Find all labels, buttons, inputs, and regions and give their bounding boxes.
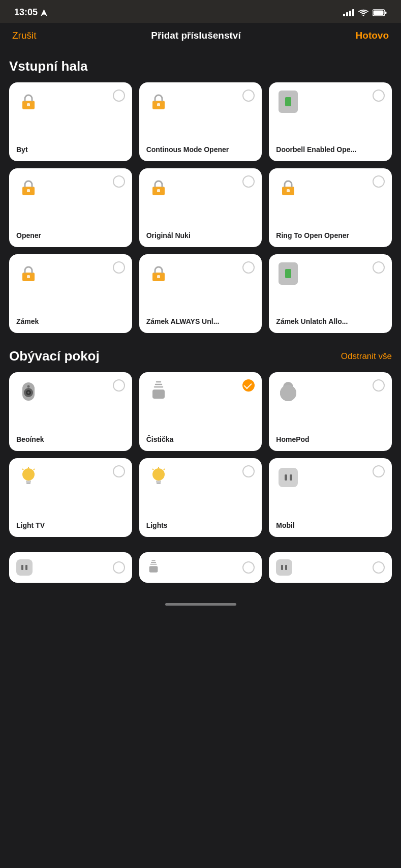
card-byt[interactable]: Byt [9,82,132,161]
section-obyvaci-pokoj: Obývací pokoj Odstranit vše [9,348,392,364]
card-light-tv[interactable]: Light TV [9,458,132,537]
lock-icon-byt [16,89,41,114]
time-label: 13:05 [14,7,38,18]
card-zamek-unlatch[interactable]: Zámek Unlatch Allo... [269,254,392,333]
label-zamek-always: Zámek ALWAYS Unl... [146,317,255,326]
label-mobil: Mobil [276,521,385,530]
remove-all-button[interactable]: Odstranit vše [341,351,392,362]
svg-rect-14 [287,189,290,192]
checkbox-nuki[interactable] [242,175,255,188]
checkbox-partial-3[interactable] [373,561,385,574]
svg-rect-4 [385,11,387,14]
section-title-vstupni-hala: Vstupní hala [9,58,88,74]
svg-point-23 [27,385,30,388]
checkbox-zamek-unlatch[interactable] [373,261,385,274]
card-continous-mode-opener[interactable]: Continous Mode Opener [139,82,262,161]
outlet-icon-mobil [276,465,300,490]
checkbox-opener[interactable] [113,175,125,188]
svg-point-31 [22,468,35,481]
card-doorbell-enabled[interactable]: Doorbell Enabled Ope... [269,82,392,161]
status-bar: 13:05 [0,0,401,23]
label-doorbell-enabled: Doorbell Enabled Ope... [276,145,385,154]
checkbox-doorbell-enabled[interactable] [373,89,385,102]
svg-point-22 [27,392,29,394]
checkbox-ring[interactable] [373,175,385,188]
label-beoinek: Beoínek [16,435,125,444]
svg-point-37 [152,468,165,481]
bulb-icon-lights [146,465,171,490]
doorbell-icon-enabled [276,89,300,114]
status-icons [343,9,387,16]
outlet-icon-partial-1 [16,559,33,576]
svg-line-42 [152,469,153,470]
lock-icon-continous [146,89,171,114]
outlet-icon-partial-3 [276,559,292,576]
card-cisticka[interactable]: Čistička [139,372,262,451]
purifier-icon-cisticka [146,379,171,404]
lock-icon-zamek [16,261,41,286]
cancel-button[interactable]: Zrušit [12,30,37,41]
label-light-tv: Light TV [16,521,125,530]
card-original-nuki[interactable]: Originál Nuki [139,168,262,247]
svg-point-1 [363,15,364,16]
vstupni-hala-grid: Byt Continous Mode Opener [9,82,392,333]
label-zamek-unlatch: Zámek Unlatch Allo... [276,317,385,326]
section-title-obyvaci: Obývací pokoj [9,348,100,364]
card-ring-to-open[interactable]: Ring To Open Opener [269,168,392,247]
svg-rect-16 [27,275,30,278]
checkbox-zamek-always[interactable] [242,261,255,274]
card-zamek-always[interactable]: Zámek ALWAYS Unl... [139,254,262,333]
svg-rect-6 [27,103,30,106]
homepod-icon [276,379,300,404]
battery-icon [373,9,387,16]
checkbox-mobil[interactable] [373,465,385,477]
svg-rect-38 [156,481,161,483]
card-partial-2[interactable] [139,552,262,583]
checkbox-partial-1[interactable] [113,561,125,574]
label-zamek: Zámek [16,317,125,326]
svg-rect-12 [157,189,160,192]
checkbox-homepod[interactable] [373,379,385,392]
svg-rect-8 [157,103,160,106]
svg-point-30 [280,385,296,401]
card-zamek[interactable]: Zámek [9,254,132,333]
obyvaci-pokoj-grid: Beoínek Čistička [9,372,392,537]
done-button[interactable]: Hotovo [356,30,389,41]
checkbox-beoinek[interactable] [113,379,125,392]
speaker-icon-beoinek [16,379,41,404]
label-opener: Opener [16,231,125,240]
checkbox-lights[interactable] [242,465,255,477]
checkbox-cisticka[interactable] [242,379,255,392]
doorbell-icon-unlatch [276,261,300,286]
label-byt: Byt [16,145,125,154]
svg-marker-0 [41,9,47,16]
svg-line-35 [34,469,35,470]
location-icon [41,9,47,16]
home-indicator [165,603,236,606]
lock-icon-nuki [146,175,171,200]
bulb-icon-light-tv [16,465,41,490]
checkbox-zamek[interactable] [113,261,125,274]
card-lights[interactable]: Lights [139,458,262,537]
card-mobil[interactable]: Mobil [269,458,392,537]
checkbox-continous[interactable] [242,89,255,102]
card-opener[interactable]: Opener [9,168,132,247]
label-continous: Continous Mode Opener [146,145,255,154]
label-ring: Ring To Open Opener [276,231,385,240]
svg-rect-10 [27,189,30,192]
purifier-icon-partial-2 [146,559,161,576]
card-partial-1[interactable] [9,552,132,583]
checkbox-partial-2[interactable] [242,561,255,574]
lock-icon-opener [16,175,41,200]
label-homepod: HomePod [276,435,385,444]
card-beoinek[interactable]: Beoínek [9,372,132,451]
card-homepod[interactable]: HomePod [269,372,392,451]
status-time: 13:05 [14,7,47,18]
svg-line-41 [164,469,165,470]
checkbox-light-tv[interactable] [113,465,125,477]
lock-icon-ring [276,175,300,200]
section-vstupni-hala: Vstupní hala [9,58,392,74]
checkbox-byt[interactable] [113,89,125,102]
nav-bar: Zrušit Přidat příslušenství Hotovo [0,23,401,48]
card-partial-3[interactable] [269,552,392,583]
